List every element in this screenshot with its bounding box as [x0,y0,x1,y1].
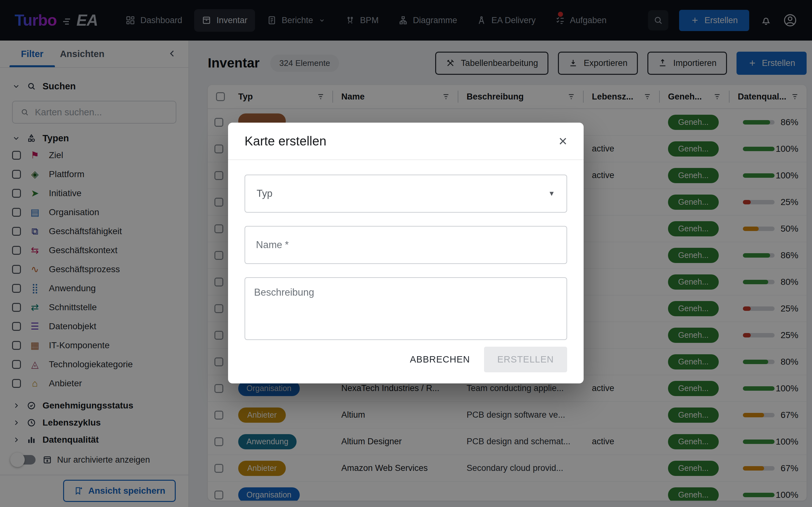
modal-title: Karte erstellen [245,134,326,148]
submit-button[interactable]: ERSTELLEN [484,347,567,372]
cancel-button[interactable]: ABBRECHEN [410,354,470,365]
dropdown-caret-icon: ▼ [548,189,555,198]
name-field-wrap [245,226,567,264]
description-field-wrap [245,277,567,340]
name-input[interactable] [247,239,565,250]
close-icon[interactable]: × [559,134,567,148]
description-textarea[interactable] [247,280,565,337]
create-card-modal: Karte erstellen × Typ ▼ ABBRECHEN ERSTEL… [228,123,583,383]
type-select[interactable]: Typ ▼ [245,175,567,213]
